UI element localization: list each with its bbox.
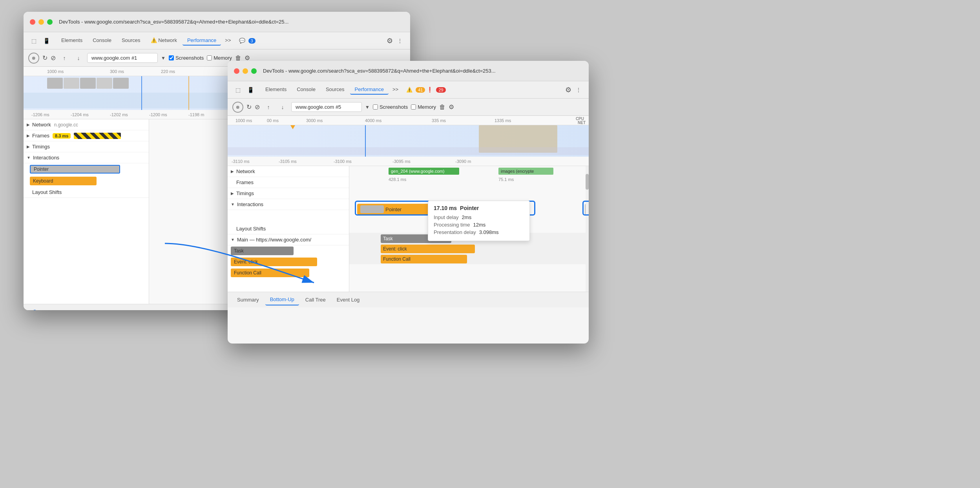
tab-elements-back[interactable]: Elements <box>57 36 87 46</box>
clear-button-back[interactable]: ⊘ <box>51 54 56 62</box>
arrow-interactions-back: ▼ <box>27 155 31 160</box>
badge-err-front: 29 <box>436 87 445 93</box>
tab-console-back[interactable]: Console <box>88 36 116 46</box>
more-options-front[interactable]: ⋮ <box>573 84 584 95</box>
ruler2-tick-4: -1200 ms <box>149 110 167 119</box>
func-bar-front[interactable]: Function Call <box>231 269 309 277</box>
minimize-button-back[interactable] <box>38 19 44 25</box>
upload-icon-front[interactable]: ↑ <box>263 102 274 113</box>
tree-layout-shifts-front[interactable]: Layout Shifts <box>228 223 349 234</box>
func-content-bar: Function Call <box>381 255 467 263</box>
maximize-button-front[interactable] <box>251 68 257 74</box>
record-button-front[interactable]: ⏺ <box>232 102 243 113</box>
url-display-front[interactable]: www.google.com #5 <box>291 102 362 112</box>
tree-frames-front[interactable]: Frames <box>228 177 349 188</box>
tab-summary-back[interactable]: Summary <box>28 306 60 310</box>
clear-button-front[interactable]: ⊘ <box>255 103 260 111</box>
tab-summary-front[interactable]: Summary <box>232 294 264 305</box>
screenshots-check-back[interactable] <box>169 55 174 60</box>
nav-toolbar-back: ⬚ 📱 Elements Console Sources ⚠️ Network … <box>24 32 410 49</box>
net-label-front: NET <box>578 121 586 125</box>
traffic-lights-back <box>30 19 53 25</box>
tab-elements-front[interactable]: Elements <box>261 85 291 95</box>
tooltip-processing-time: Processing time 12ms <box>434 222 524 228</box>
arrow-timings-front: ▶ <box>231 191 234 196</box>
tree-timings-back[interactable]: ▶ Timings <box>24 141 149 152</box>
tab-performance-front[interactable]: Performance <box>350 85 389 95</box>
ruler2-tick-5: -1198 m <box>188 110 204 119</box>
cursor-icon-front[interactable]: ⬚ <box>232 84 243 95</box>
tab-performance-back[interactable]: Performance <box>182 36 221 46</box>
close-button-front[interactable] <box>234 68 239 74</box>
left-panel-back: ▶ Network n.google.cc ▶ Frames 8.3 ms ▶ … <box>24 119 149 304</box>
close-button-back[interactable] <box>30 19 35 25</box>
frames-timing-1: 428.1 ms <box>389 177 406 182</box>
reload-button-front[interactable]: ↻ <box>246 103 252 111</box>
scrollbar-thumb-front[interactable] <box>586 174 589 190</box>
titlebar-front: DevTools - www.google.com/search?sca_esv… <box>228 61 589 81</box>
url-dropdown-front[interactable]: ▼ <box>365 104 370 110</box>
device-icon-back[interactable]: 📱 <box>41 35 52 46</box>
reload-button-back[interactable]: ↻ <box>42 54 47 62</box>
event-bar-front[interactable]: Event: click <box>231 258 317 266</box>
ruler-tick-front-2: 00 ms <box>267 118 279 123</box>
trash-icon-back[interactable]: 🗑 <box>235 55 241 62</box>
tab-calltree-front[interactable]: Call Tree <box>301 294 330 305</box>
tree-network-front[interactable]: ▶ Network <box>228 166 349 177</box>
cursor-icon-back[interactable]: ⬚ <box>28 35 39 46</box>
tab-bottomup-back[interactable]: Bottom-Up <box>61 307 95 310</box>
nav-tabs-back: Elements Console Sources ⚠️ Network Perf… <box>57 36 234 46</box>
tree-frames-back[interactable]: ▶ Frames 8.3 ms <box>24 130 149 141</box>
arrow-timings-back: ▶ <box>27 144 30 149</box>
settings-icon-back[interactable]: ⚙ <box>387 37 393 45</box>
event-content-bar: Event: click <box>381 245 475 253</box>
download-icon-front[interactable]: ↓ <box>277 102 288 113</box>
pointer-bar-back[interactable]: Pointer <box>30 165 120 174</box>
record-button-back[interactable]: ⏺ <box>28 53 39 64</box>
trash-icon-front[interactable]: 🗑 <box>439 104 445 111</box>
tree-interactions-back[interactable]: ▼ Interactions <box>24 152 149 163</box>
tab-eventlog-back[interactable]: Event Log <box>128 307 161 310</box>
more-tabs-back[interactable]: >> <box>222 36 234 46</box>
task-bar-front[interactable]: Task <box>231 247 294 255</box>
ruler-tick-3-back: 220 ms <box>161 67 175 76</box>
pointer-track-row <box>228 210 349 223</box>
keyboard-bar-back[interactable]: Keyboard <box>30 177 97 185</box>
pointer-row-back: Pointer <box>24 163 149 175</box>
more-tabs-front[interactable]: >> <box>389 85 401 95</box>
memory-check-front[interactable] <box>411 104 416 110</box>
ruler-tick-1-back: 1000 ms <box>47 67 64 76</box>
tree-layout-shifts-back[interactable]: Layout Shifts <box>24 187 149 198</box>
tree-interactions-front[interactable]: ▼ Interactions <box>228 199 349 210</box>
tab-eventlog-front[interactable]: Event Log <box>332 294 365 305</box>
tab-network-back[interactable]: ⚠️ Network <box>146 36 182 46</box>
gear-icon-front[interactable]: ⚙ <box>449 103 454 111</box>
url-display-back[interactable]: www.google.com #1 <box>87 53 158 63</box>
track-content-front: gen_204 (www.google.com) images (encrypt… <box>349 166 589 292</box>
ruler-tick-front-5: 335 ms <box>432 118 446 123</box>
minimize-button-front[interactable] <box>243 68 248 74</box>
tab-sources-front[interactable]: Sources <box>321 85 349 95</box>
tree-network-back[interactable]: ▶ Network n.google.cc <box>24 119 149 130</box>
download-icon-back[interactable]: ↓ <box>73 53 84 64</box>
tab-sources-back[interactable]: Sources <box>117 36 145 46</box>
nav-toolbar-front: ⬚ 📱 Elements Console Sources Performance… <box>228 81 589 99</box>
window-title-front: DevTools - www.google.com/search?sca_esv… <box>263 68 582 74</box>
device-icon-front[interactable]: 📱 <box>245 84 256 95</box>
tree-timings-front[interactable]: ▶ Timings <box>228 188 349 199</box>
maximize-button-back[interactable] <box>47 19 53 25</box>
upload-icon-back[interactable]: ↑ <box>59 53 70 64</box>
more-options-back[interactable]: ⋮ <box>394 35 405 46</box>
scrollbar-front[interactable] <box>586 166 589 292</box>
keyboard-row-back: Keyboard <box>24 175 149 187</box>
tab-console-front[interactable]: Console <box>292 85 320 95</box>
tab-calltree-back[interactable]: Call Tree <box>97 307 126 310</box>
tab-bottomup-front[interactable]: Bottom-Up <box>265 294 299 305</box>
settings-icon-front[interactable]: ⚙ <box>565 86 571 94</box>
timeline-content-front[interactable] <box>228 125 589 157</box>
memory-check-back[interactable] <box>207 55 212 60</box>
tree-main-front[interactable]: ▼ Main — https://www.google.com/ <box>228 234 349 245</box>
url-dropdown-back[interactable]: ▼ <box>161 55 166 61</box>
screenshots-check-front[interactable] <box>373 104 378 110</box>
memory-checkbox-back: Memory <box>207 55 232 61</box>
